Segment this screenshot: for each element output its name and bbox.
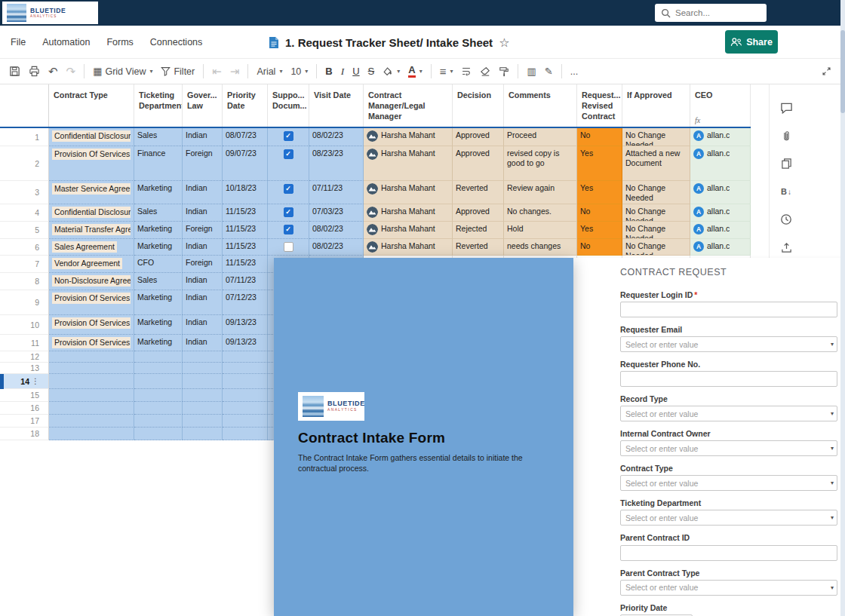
- cell-request-revised-contract-r6[interactable]: No: [577, 239, 622, 256]
- cell-governing-law-r3[interactable]: Indian: [183, 181, 223, 204]
- field-input-requester-email[interactable]: [620, 336, 837, 352]
- cell-priority-date-r15[interactable]: [223, 389, 268, 402]
- cell-comments-r4[interactable]: No changes.: [504, 204, 577, 222]
- row-number-13[interactable]: 13: [0, 363, 49, 374]
- cell-priority-date-r13[interactable]: [223, 363, 268, 374]
- menu-item-connections[interactable]: Connections: [150, 37, 203, 48]
- field-input-requester-login-id[interactable]: [620, 302, 837, 317]
- cell-contract-type-r7[interactable]: Vendor Agreement: [49, 256, 134, 273]
- expand-button[interactable]: [822, 66, 831, 76]
- cell-decision-r1[interactable]: Approved: [453, 128, 504, 146]
- bold-button[interactable]: B: [325, 66, 332, 77]
- cell-priority-date-r11[interactable]: 09/13/23: [223, 335, 268, 351]
- cell-supporting-documents-r1[interactable]: ✓: [268, 128, 309, 146]
- cell-decision-r2[interactable]: Approved: [453, 146, 504, 181]
- cell-priority-date-r6[interactable]: 11/15/23: [223, 239, 268, 256]
- cell-contract-type-r10[interactable]: Provision Of Services: [49, 315, 134, 335]
- row-number-2[interactable]: 2: [0, 146, 49, 181]
- cell-priority-date-r8[interactable]: 07/11/23: [223, 273, 268, 290]
- cell-supporting-documents-r4[interactable]: ✓: [268, 204, 309, 222]
- row-number-6[interactable]: 6: [0, 239, 49, 256]
- cell-contract-type-r3[interactable]: Master Service Agreem: [49, 181, 134, 204]
- cell-governing-law-r10[interactable]: Indian: [183, 315, 223, 335]
- cell-governing-law-r2[interactable]: Foreign: [183, 146, 223, 181]
- menu-item-forms[interactable]: Forms: [106, 37, 133, 48]
- search-input[interactable]: [675, 8, 758, 17]
- cell-priority-date-r1[interactable]: 08/07/23: [223, 128, 268, 146]
- cell-ticketing-department-r13[interactable]: [134, 363, 183, 374]
- cell-ticketing-department-r14[interactable]: [134, 374, 183, 389]
- cell-priority-date-r17[interactable]: [223, 415, 268, 428]
- font-family-select[interactable]: Arial▾: [257, 66, 282, 77]
- row-number-11[interactable]: 11: [0, 335, 49, 351]
- underline-button[interactable]: U: [352, 66, 359, 77]
- field-input-ticketing-department[interactable]: [620, 510, 837, 526]
- cell-contract-type-r11[interactable]: Provision Of Services: [49, 335, 134, 351]
- cell-ticketing-department-r3[interactable]: Marketing: [134, 181, 183, 204]
- column-header-priority-date[interactable]: Priority Date: [223, 84, 268, 127]
- cell-priority-date-r12[interactable]: [223, 351, 268, 363]
- cell-governing-law-r5[interactable]: Foreign: [183, 222, 223, 239]
- print-button[interactable]: [29, 66, 40, 77]
- cell-ticketing-department-r18[interactable]: [134, 428, 183, 440]
- cell-request-revised-contract-r1[interactable]: No: [577, 128, 622, 146]
- cell-governing-law-r4[interactable]: Indian: [183, 204, 223, 222]
- column-header-ticketing-department[interactable]: Ticketing Department: [134, 84, 183, 127]
- cell-contract-type-r8[interactable]: Non-Disclosure Agreem: [49, 273, 134, 290]
- cell-governing-law-r12[interactable]: [183, 351, 223, 363]
- row-number-17[interactable]: 17: [0, 415, 49, 428]
- field-input-parent-contract-id[interactable]: [620, 545, 837, 561]
- cell-ceo-r5[interactable]: Aallan.c: [690, 222, 751, 239]
- cell-priority-date-r10[interactable]: 09/13/23: [223, 315, 268, 335]
- cell-if-approved-r1[interactable]: No Change Needed: [622, 128, 690, 146]
- cell-if-approved-r5[interactable]: No Change Needed: [622, 222, 690, 239]
- cell-ticketing-department-r1[interactable]: Sales: [134, 128, 183, 146]
- manage-columns-button[interactable]: ▥: [527, 66, 536, 76]
- cell-decision-r6[interactable]: Reverted: [453, 239, 504, 256]
- cell-visit-date-r2[interactable]: 08/23/23: [309, 146, 364, 181]
- cell-visit-date-r4[interactable]: 07/03/23: [309, 204, 364, 222]
- cell-priority-date-r9[interactable]: 07/12/23: [223, 290, 268, 315]
- page-scrollbar[interactable]: [840, 0, 845, 616]
- cell-contract-type-r5[interactable]: Material Transfer Agree: [49, 222, 134, 239]
- cell-ticketing-department-r12[interactable]: [134, 351, 183, 363]
- row-number-7[interactable]: 7: [0, 256, 49, 273]
- cell-comments-r6[interactable]: needs changes: [504, 239, 577, 256]
- undo-button[interactable]: ↶: [48, 66, 58, 77]
- save-button[interactable]: [9, 66, 20, 77]
- row-number-8[interactable]: 8: [0, 273, 49, 290]
- cell-comments-r1[interactable]: Proceed: [504, 128, 577, 146]
- cell-request-revised-contract-r2[interactable]: Yes: [577, 146, 622, 181]
- cell-contract-type-r4[interactable]: Confidential Disclosure: [49, 204, 134, 222]
- cell-supporting-documents-r3[interactable]: ✓: [268, 181, 309, 204]
- row-number-3[interactable]: 3: [0, 181, 49, 204]
- share-button[interactable]: Share: [725, 30, 778, 54]
- cell-contract-manager-r3[interactable]: Harsha Mahant: [364, 181, 453, 204]
- cell-decision-r4[interactable]: Approved: [453, 204, 504, 222]
- cell-request-revised-contract-r4[interactable]: No: [577, 204, 622, 222]
- cell-if-approved-r4[interactable]: No Change Needed: [622, 204, 690, 222]
- global-search[interactable]: [655, 4, 767, 22]
- cell-contract-type-r14[interactable]: [49, 374, 134, 389]
- cell-ceo-r3[interactable]: Aallan.c: [690, 181, 751, 204]
- cell-decision-r5[interactable]: Rejected: [453, 222, 504, 239]
- favorite-star-icon[interactable]: ☆: [499, 35, 509, 50]
- column-header-decision[interactable]: Decision: [453, 84, 504, 127]
- cell-contract-type-r18[interactable]: [49, 428, 134, 440]
- field-input-record-type[interactable]: [620, 406, 837, 421]
- cell-contract-manager-r4[interactable]: Harsha Mahant: [364, 204, 453, 222]
- strikethrough-button[interactable]: S: [368, 66, 375, 77]
- cell-contract-manager-r6[interactable]: Harsha Mahant: [364, 239, 453, 256]
- cell-priority-date-r2[interactable]: 09/07/23: [223, 146, 268, 181]
- cell-governing-law-r16[interactable]: [183, 402, 223, 415]
- row-number-15[interactable]: 15: [0, 389, 49, 402]
- cell-contract-type-r6[interactable]: Sales Agreement: [49, 239, 134, 256]
- wrap-text-button[interactable]: [461, 66, 472, 76]
- row-number-4[interactable]: 4: [0, 204, 49, 222]
- cell-request-revised-contract-r3[interactable]: Yes: [577, 181, 622, 204]
- cell-contract-type-r12[interactable]: [49, 351, 134, 363]
- cell-governing-law-r7[interactable]: Foreign: [183, 256, 223, 273]
- cell-ticketing-department-r16[interactable]: [134, 402, 183, 415]
- cell-ticketing-department-r10[interactable]: Marketing: [134, 315, 183, 335]
- cell-if-approved-r6[interactable]: No Change Needed: [622, 239, 690, 256]
